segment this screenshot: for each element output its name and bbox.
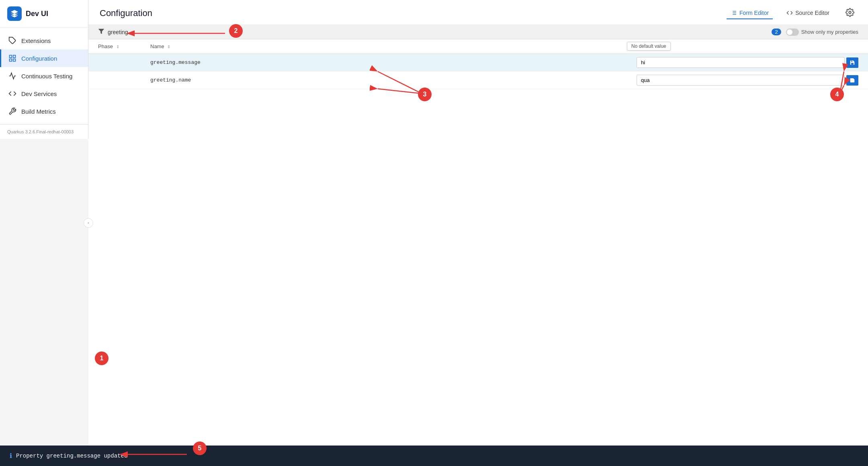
sidebar-item-dev-services[interactable]: Dev Services: [0, 85, 88, 102]
sidebar-item-continuous-testing-label: Continuous Testing: [21, 73, 72, 80]
build-metrics-icon: [8, 107, 16, 115]
config-icon: [8, 54, 16, 62]
toast-notification: ℹ Property greeting.message updated 5: [0, 446, 868, 466]
value-input-row1[interactable]: [637, 57, 845, 68]
annotation-3: 3: [418, 88, 432, 101]
logo-icon: [7, 6, 22, 21]
sidebar-nav: Extensions Configuration: [0, 28, 88, 124]
filter-bar: greeting 2 Show only my properties 2: [88, 25, 868, 39]
sidebar-item-continuous-testing[interactable]: Continuous Testing: [0, 67, 88, 85]
content-area: Phase ⇕ Name ⇕ Value: [88, 39, 868, 446]
sidebar-item-dev-services-label: Dev Services: [21, 90, 57, 97]
svg-rect-1: [10, 55, 12, 58]
version-footer: Quarkus 3.2.6.Final-redhat-00003: [0, 124, 88, 139]
sidebar-item-build-metrics-label: Build Metrics: [21, 108, 56, 115]
continuous-test-icon: [8, 72, 16, 80]
svg-line-18: [378, 89, 422, 94]
table-row: greeting.name: [88, 72, 868, 89]
col-header-phase: Phase ⇕: [88, 39, 141, 54]
config-table: Phase ⇕ Name ⇕ Value: [88, 39, 868, 89]
save-button-row2[interactable]: [846, 75, 858, 86]
page-title: Configuration: [100, 8, 152, 18]
toast-message: Property greeting.message updated: [16, 453, 127, 459]
sidebar-item-configuration[interactable]: Configuration: [0, 49, 88, 67]
dev-services-icon: [8, 90, 16, 98]
annotation-2: 2: [229, 24, 243, 38]
annotation-4: 4: [830, 88, 844, 101]
sidebar-collapse-button[interactable]: [84, 218, 93, 228]
filter-text: greeting: [108, 29, 128, 35]
filter-right: 2 Show only my properties: [772, 29, 858, 36]
svg-point-11: [849, 11, 851, 14]
no-default-tooltip: No default value: [627, 42, 671, 51]
svg-rect-3: [10, 59, 12, 61]
col-header-name: Name ⇕: [141, 39, 627, 54]
value-input-row2[interactable]: [637, 75, 845, 86]
value-input-row2-container: [637, 75, 858, 86]
phase-cell-1: [88, 54, 141, 72]
annotation-1: 1: [95, 352, 108, 365]
filter-icon: [98, 28, 104, 36]
name-sort[interactable]: ⇕: [167, 45, 170, 49]
show-only-label[interactable]: Show only my properties: [786, 29, 858, 36]
table-row: greeting.message No default value: [88, 54, 868, 72]
annotation-5: 5: [193, 441, 207, 455]
phase-cell-2: [88, 72, 141, 89]
header-actions: Form Editor Source Editor: [727, 6, 857, 20]
sidebar-item-extensions-label: Extensions: [21, 37, 51, 44]
app-title: Dev UI: [26, 10, 48, 18]
svg-rect-2: [13, 55, 16, 58]
sidebar-item-configuration-label: Configuration: [21, 55, 57, 62]
sidebar-item-extensions[interactable]: Extensions: [0, 32, 88, 49]
value-cell-1: No default value: [627, 54, 868, 72]
top-header: Configuration Form Editor: [88, 0, 868, 25]
source-editor-button[interactable]: Source Editor: [782, 7, 833, 19]
puzzle-icon: [8, 37, 16, 45]
show-only-text: Show only my properties: [801, 29, 858, 35]
svg-rect-4: [13, 59, 16, 61]
show-only-toggle[interactable]: [786, 29, 799, 36]
source-editor-label: Source Editor: [795, 10, 829, 16]
save-button-row1[interactable]: [846, 57, 858, 68]
filter-count: 2: [772, 29, 781, 35]
form-editor-label: Form Editor: [739, 10, 769, 16]
svg-marker-12: [98, 29, 104, 34]
settings-button[interactable]: [843, 6, 857, 20]
value-input-row1-container: [637, 57, 858, 68]
value-cell-2: [627, 72, 868, 89]
name-cell-1: greeting.message: [141, 54, 627, 72]
name-cell-2: greeting.name: [141, 72, 627, 89]
filter-left: greeting: [98, 28, 128, 36]
toast-info-icon: ℹ: [10, 452, 12, 460]
app-logo: Dev UI: [0, 0, 88, 28]
main-content: Configuration Form Editor: [88, 0, 868, 446]
sidebar-item-build-metrics[interactable]: Build Metrics: [0, 102, 88, 120]
phase-sort[interactable]: ⇕: [116, 45, 119, 49]
form-editor-button[interactable]: Form Editor: [727, 7, 773, 19]
